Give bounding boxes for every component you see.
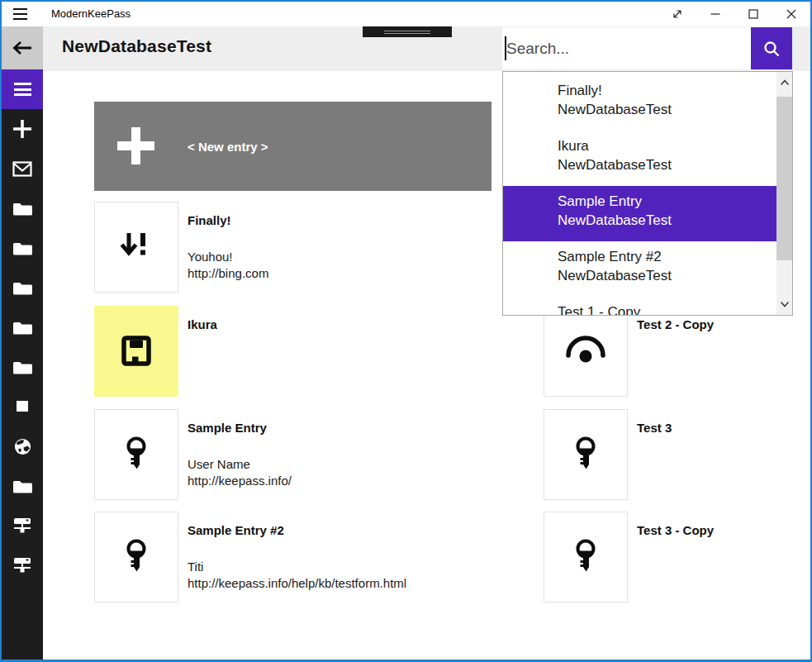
network-drive-icon <box>13 557 31 574</box>
entry-row[interactable]: Ikura <box>94 306 474 397</box>
entry-tile[interactable] <box>544 409 628 500</box>
entry-row[interactable]: Finally! Youhou! http://bing.com <box>94 202 474 293</box>
floppy-disk-icon <box>116 331 156 371</box>
key-icon <box>116 435 156 474</box>
globe-icon <box>13 437 32 456</box>
mail-icon <box>12 161 32 177</box>
entry-url: http://keepass.info/ <box>188 473 472 489</box>
result-subtitle: NewDatabaseTest <box>558 211 792 230</box>
app-window: ModernKeePass <box>0 0 812 662</box>
result-subtitle: NewDatabaseTest <box>558 266 792 285</box>
entry-username: User Name <box>188 456 472 473</box>
entry-title: Sample Entry <box>188 421 472 435</box>
search-button[interactable] <box>751 27 792 69</box>
appbar-peek-handle[interactable] <box>363 26 452 37</box>
scrollbar-thumb[interactable] <box>776 97 792 260</box>
folder-icon <box>13 479 32 493</box>
menu-button[interactable] <box>2 69 43 109</box>
entry-title: Sample Entry #2 <box>188 523 472 537</box>
result-title: Sample Entry #2 <box>558 247 792 266</box>
sidebar-item-group[interactable] <box>2 506 43 545</box>
search-result-item[interactable]: Finally! NewDatabaseTest <box>503 75 792 131</box>
square-icon <box>17 401 28 412</box>
entry-tile[interactable] <box>94 409 178 500</box>
search-result-item[interactable]: Sample Entry #2 NewDatabaseTest <box>503 241 792 297</box>
search-result-item[interactable]: Sample Entry NewDatabaseTest <box>503 186 792 241</box>
search-box <box>502 27 792 69</box>
close-icon[interactable] <box>772 2 810 26</box>
key-icon <box>566 537 605 577</box>
entry-title: Test 3 <box>637 421 812 435</box>
entry-username: Youhou! <box>188 249 472 265</box>
back-button[interactable] <box>2 26 43 69</box>
window-title: ModernKeePass <box>51 7 131 20</box>
entry-tile[interactable] <box>544 306 628 397</box>
result-title: Ikura <box>558 136 792 155</box>
resize-diagonal-icon[interactable] <box>658 2 696 26</box>
entry-title: Test 3 - Copy <box>637 523 812 537</box>
result-subtitle: NewDatabaseTest <box>558 100 792 119</box>
entry-row[interactable]: Sample Entry User Name http://keepass.in… <box>94 409 474 500</box>
magnifier-icon <box>762 40 781 58</box>
folder-icon <box>13 241 32 255</box>
sidebar-item-group[interactable] <box>2 387 43 426</box>
plus-icon <box>117 127 154 164</box>
folder-icon <box>13 281 32 295</box>
key-icon <box>566 435 605 474</box>
add-entry-button[interactable] <box>2 109 43 149</box>
entry-title: Test 2 - Copy <box>637 317 812 331</box>
window-controls <box>658 2 810 26</box>
search-result-item[interactable]: Test 1 - Copy <box>503 297 792 316</box>
search-input[interactable] <box>502 27 751 69</box>
entry-tile[interactable] <box>94 512 178 602</box>
maximize-icon[interactable] <box>734 2 772 26</box>
page-title: NewDatabaseTest <box>62 36 211 56</box>
sidebar-item-group[interactable] <box>2 228 43 268</box>
result-subtitle: NewDatabaseTest <box>558 155 792 174</box>
search-results-dropdown: Finally! NewDatabaseTest Ikura NewDataba… <box>502 71 793 316</box>
entry-row[interactable]: Test 3 <box>544 409 791 500</box>
scroll-down-icon[interactable] <box>776 296 792 312</box>
folder-icon <box>13 360 32 374</box>
entry-url: http://bing.com <box>188 265 472 282</box>
entry-row[interactable]: Test 3 - Copy <box>544 512 791 602</box>
scroll-up-icon[interactable] <box>776 74 792 91</box>
entry-url: http://keepass.info/help/kb/testform.htm… <box>188 575 472 592</box>
folder-icon <box>13 202 32 216</box>
sidebar-item-group[interactable] <box>2 347 43 387</box>
minimize-icon[interactable] <box>696 2 734 26</box>
text-caret <box>505 36 506 60</box>
new-entry-button[interactable]: < New entry > <box>94 102 491 191</box>
entry-row[interactable]: Test 2 - Copy <box>544 306 791 397</box>
result-title: Test 1 - Copy <box>558 302 792 316</box>
sidebar <box>2 26 43 660</box>
network-drive-icon <box>13 517 31 534</box>
sidebar-item-group[interactable] <box>2 268 43 307</box>
sidebar-item-mail[interactable] <box>2 149 43 188</box>
titlebar-hamburger-icon[interactable] <box>13 8 27 20</box>
titlebar: ModernKeePass <box>2 2 810 26</box>
sidebar-item-group[interactable] <box>2 545 43 585</box>
entry-tile[interactable] <box>544 512 628 602</box>
entry-tile[interactable] <box>94 306 178 397</box>
eye-icon <box>565 331 606 371</box>
back-arrow-icon <box>12 40 34 56</box>
scrollbar[interactable] <box>776 72 792 315</box>
entry-tile[interactable] <box>94 202 178 293</box>
new-entry-label: < New entry > <box>188 140 268 154</box>
down-arrow-exclamation-icon <box>116 227 156 267</box>
entry-title: Finally! <box>188 213 472 227</box>
sidebar-item-group[interactable] <box>2 466 43 506</box>
folder-icon <box>13 321 32 335</box>
sidebar-item-group[interactable] <box>2 426 43 466</box>
sidebar-item-group[interactable] <box>2 307 43 347</box>
key-icon <box>116 537 156 577</box>
entry-username: Titi <box>188 559 472 575</box>
result-title: Sample Entry <box>558 192 792 211</box>
search-result-item[interactable]: Ikura NewDatabaseTest <box>503 131 792 186</box>
entry-title: Ikura <box>188 317 472 331</box>
hamburger-icon <box>14 83 31 96</box>
sidebar-item-group[interactable] <box>2 188 43 228</box>
result-title: Finally! <box>558 81 792 100</box>
entry-row[interactable]: Sample Entry #2 Titi http://keepass.info… <box>94 512 474 602</box>
